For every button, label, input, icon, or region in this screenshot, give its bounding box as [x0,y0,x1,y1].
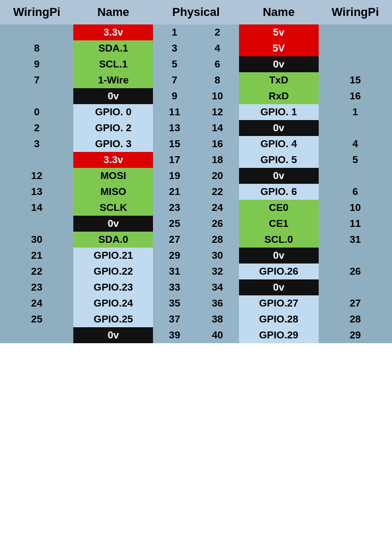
wiringpi-left [0,216,73,232]
wiringpi-right [319,56,392,72]
wiringpi-right: 15 [319,72,392,88]
phys-right: 38 [196,311,239,327]
wiringpi-right: 26 [319,264,392,279]
name-right: GPIO.29 [239,327,319,343]
wiringpi-left [0,88,73,104]
wiringpi-left: 0 [0,104,73,120]
name-left: GPIO.22 [73,264,153,279]
wiringpi-right [319,248,392,264]
wiringpi-left: 24 [0,295,73,311]
name-left: GPIO. 0 [73,104,153,120]
wiringpi-left [0,24,73,40]
name-left: SDA.1 [73,40,153,56]
phys-right: 6 [196,56,239,72]
phys-left: 1 [153,24,196,40]
wiringpi-right [319,120,392,136]
phys-left: 29 [153,248,196,264]
name-right: GPIO.27 [239,295,319,311]
phys-left: 19 [153,168,196,184]
name-left: GPIO.24 [73,295,153,311]
wiringpi-right: 10 [319,200,392,216]
phys-right: 20 [196,168,239,184]
phys-left: 25 [153,216,196,232]
wiringpi-right [319,40,392,56]
wiringpi-right: 29 [319,327,392,343]
phys-left: 35 [153,295,196,311]
phys-left: 17 [153,152,196,168]
wiringpi-right: 16 [319,88,392,104]
name-left: GPIO.25 [73,311,153,327]
wiringpi-left: 12 [0,168,73,184]
name-left: 3.3v [73,24,153,40]
name-right: GPIO. 4 [239,136,319,152]
name-right: 0v [239,120,319,136]
name-right: 5V [239,40,319,56]
header-name-right: Name [239,0,319,24]
name-right: GPIO. 1 [239,104,319,120]
wiringpi-left [0,152,73,168]
name-left: 0v [73,88,153,104]
phys-left: 27 [153,232,196,248]
wiringpi-right: 6 [319,184,392,200]
name-right: CE1 [239,216,319,232]
wiringpi-right [319,279,392,295]
wiringpi-left: 14 [0,200,73,216]
wiringpi-right: 5 [319,152,392,168]
name-left: GPIO. 2 [73,120,153,136]
phys-left: 15 [153,136,196,152]
name-right: 0v [239,279,319,295]
phys-left: 3 [153,40,196,56]
name-right: RxD [239,88,319,104]
wiringpi-left: 7 [0,72,73,88]
name-left: GPIO.21 [73,248,153,264]
name-left: GPIO. 3 [73,136,153,152]
phys-left: 31 [153,264,196,279]
name-right: SCL.0 [239,232,319,248]
header-wiringpi-left: WiringPi [0,0,73,24]
wiringpi-right: 1 [319,104,392,120]
wiringpi-right [319,24,392,40]
phys-right: 26 [196,216,239,232]
wiringpi-right: 31 [319,232,392,248]
phys-left: 33 [153,279,196,295]
phys-left: 13 [153,120,196,136]
phys-right: 24 [196,200,239,216]
phys-right: 10 [196,88,239,104]
wiringpi-left: 22 [0,264,73,279]
wiringpi-left: 30 [0,232,73,248]
name-left: MISO [73,184,153,200]
phys-left: 9 [153,88,196,104]
header-name-left: Name [73,0,153,24]
wiringpi-right: 4 [319,136,392,152]
phys-right: 34 [196,279,239,295]
name-left: SCL.1 [73,56,153,72]
phys-right: 16 [196,136,239,152]
wiringpi-left: 21 [0,248,73,264]
wiringpi-left [0,327,73,343]
phys-right: 2 [196,24,239,40]
name-right: GPIO. 6 [239,184,319,200]
wiringpi-right: 11 [319,216,392,232]
wiringpi-left: 23 [0,279,73,295]
name-left: GPIO.23 [73,279,153,295]
name-right: GPIO.28 [239,311,319,327]
name-left: 0v [73,327,153,343]
name-right: 0v [239,56,319,72]
phys-left: 23 [153,200,196,216]
phys-left: 37 [153,311,196,327]
phys-right: 22 [196,184,239,200]
wiringpi-left: 25 [0,311,73,327]
name-left: MOSI [73,168,153,184]
phys-right: 18 [196,152,239,168]
phys-left: 21 [153,184,196,200]
name-right: GPIO. 5 [239,152,319,168]
phys-right: 40 [196,327,239,343]
wiringpi-left: 9 [0,56,73,72]
name-right: TxD [239,72,319,88]
wiringpi-right [319,168,392,184]
phys-right: 14 [196,120,239,136]
name-left: SDA.0 [73,232,153,248]
name-left: 0v [73,216,153,232]
wiringpi-right: 28 [319,311,392,327]
wiringpi-left: 2 [0,120,73,136]
